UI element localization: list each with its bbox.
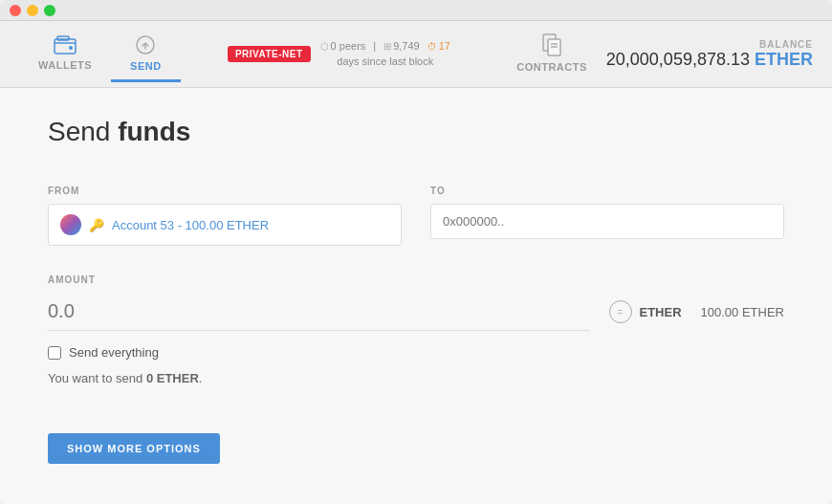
peers-count: 0 peers (331, 39, 366, 54)
amount-label: AMOUNT (48, 274, 784, 285)
balance-area: BALANCE 20,000,059,878.13 ETHER (606, 39, 813, 70)
amount-input[interactable] (48, 293, 590, 331)
block-count: 9,749 (393, 39, 420, 54)
send-label: SEND (130, 60, 162, 72)
send-everything-label: Send everything (69, 345, 159, 360)
days-since-label: days since last block (337, 55, 433, 69)
title-bold: funds (118, 117, 190, 146)
key-icon: 🔑 (89, 218, 104, 232)
navbar: WALLETS SEND PRIVATE-NET ⬡ 0 peers (0, 21, 832, 88)
main-content: Send funds FROM 🔑 Account 53 - 100.00 ET… (0, 88, 832, 504)
contracts-label: CONTRACTS (516, 61, 587, 73)
minimize-button[interactable] (27, 5, 38, 16)
time-stat: ⏱ 17 (427, 39, 450, 54)
balance-currency: ETHER (755, 50, 813, 69)
account-name: Account 53 - 100.00 ETHER (112, 218, 269, 232)
balance-number: 20,000,059,878.13 (606, 50, 750, 69)
balance-value: 20,000,059,878.13 ETHER (606, 50, 813, 70)
send-icon (135, 34, 156, 57)
to-label: TO (430, 186, 784, 196)
private-net-badge: PRIVATE-NET (228, 46, 311, 62)
send-everything-checkbox[interactable] (48, 346, 61, 360)
nav-contracts[interactable]: CONTRACTS (497, 26, 606, 83)
show-more-options-button[interactable]: SHOW MORE OPTIONS (48, 433, 220, 464)
send-info-suffix: . (199, 371, 203, 385)
account-avatar (60, 214, 81, 235)
available-balance: 100.00 ETHER (701, 305, 784, 319)
send-info: You want to send 0 ETHER. (48, 371, 784, 385)
send-info-amount: 0 ETHER (146, 371, 199, 385)
svg-point-2 (69, 46, 73, 50)
from-group: FROM 🔑 Account 53 - 100.00 ETHER (48, 186, 402, 246)
block-time: 17 (439, 39, 450, 54)
currency-selector[interactable]: = ETHER (609, 300, 682, 323)
contracts-icon (541, 33, 562, 58)
block-icon: ⊞ (383, 40, 391, 54)
title-plain: Send (48, 117, 110, 146)
maximize-button[interactable] (44, 5, 55, 16)
amount-input-wrap (48, 293, 590, 331)
amount-row: = ETHER 100.00 ETHER (48, 293, 784, 331)
app-window: WALLETS SEND PRIVATE-NET ⬡ 0 peers (0, 0, 832, 504)
titlebar (0, 0, 832, 21)
send-everything-row: Send everything (48, 345, 784, 360)
from-account-display[interactable]: 🔑 Account 53 - 100.00 ETHER (48, 204, 402, 246)
amount-section: AMOUNT = ETHER 100.00 ETHER Send everyth… (48, 274, 784, 385)
peers-icon: ⬡ (320, 40, 329, 54)
close-button[interactable] (10, 5, 21, 16)
blocks-stat: ⊞ 9,749 (383, 39, 420, 54)
svg-rect-1 (57, 36, 69, 40)
to-address-input[interactable] (430, 204, 784, 239)
wallets-label: WALLETS (38, 59, 92, 71)
balance-label: BALANCE (606, 39, 813, 50)
wallet-icon (54, 35, 77, 56)
to-group: TO (430, 186, 784, 246)
from-to-section: FROM 🔑 Account 53 - 100.00 ETHER TO (48, 186, 784, 246)
send-info-prefix: You want to send (48, 371, 146, 385)
network-stats: ⬡ 0 peers | ⊞ 9,749 ⏱ 17 days since last… (320, 39, 450, 69)
svg-rect-0 (55, 39, 76, 54)
peers-stat: ⬡ 0 peers (320, 39, 366, 54)
network-info-area: PRIVATE-NET ⬡ 0 peers | ⊞ 9,749 ⏱ 17 (181, 39, 498, 69)
from-label: FROM (48, 186, 402, 196)
currency-icon: = (609, 300, 632, 323)
nav-send[interactable]: SEND (111, 27, 181, 82)
page-title: Send funds (48, 117, 784, 147)
clock-icon: ⏱ (427, 40, 437, 54)
currency-name: ETHER (640, 305, 682, 319)
nav-wallets[interactable]: WALLETS (19, 28, 111, 81)
